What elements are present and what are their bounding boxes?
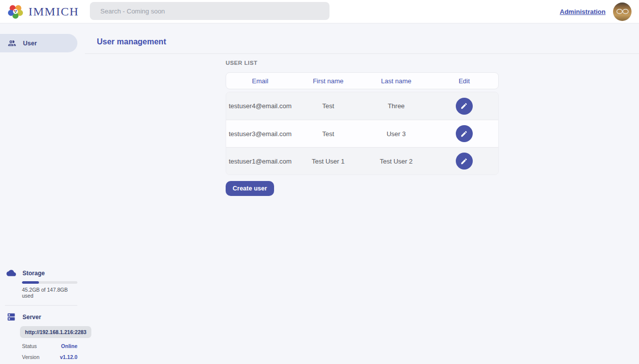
user-first-name: Test User 1 bbox=[294, 158, 362, 165]
user-list-label: USER LIST bbox=[226, 60, 499, 66]
pencil-icon bbox=[460, 130, 468, 138]
table-row: testuser1@email.com Test User 1 Test Use… bbox=[226, 147, 498, 175]
user-table-body: testuser4@email.com Test Three testuser3… bbox=[226, 92, 499, 175]
server-version-value: v1.12.0 bbox=[60, 354, 77, 360]
edit-user-button[interactable] bbox=[456, 125, 473, 142]
table-row: testuser3@email.com Test User 3 bbox=[226, 120, 498, 147]
cloud-icon bbox=[6, 268, 16, 278]
users-icon bbox=[7, 39, 16, 48]
server-status-value: Online bbox=[61, 343, 77, 349]
user-last-name: Three bbox=[362, 102, 430, 110]
user-email: testuser3@email.com bbox=[226, 130, 294, 138]
storage-usage-text: 45.2GB of 147.8GB used bbox=[22, 287, 77, 299]
server-icon bbox=[6, 312, 16, 322]
sidebar-item-user[interactable]: User bbox=[0, 34, 77, 52]
table-row: testuser4@email.com Test Three bbox=[226, 92, 498, 120]
user-email: testuser4@email.com bbox=[226, 102, 294, 110]
user-last-name: Test User 2 bbox=[362, 158, 430, 165]
top-bar: IMMICH Administration bbox=[0, 0, 639, 23]
user-avatar[interactable] bbox=[613, 2, 632, 21]
sidebar-divider bbox=[5, 305, 77, 306]
server-url-chip: http://192.168.1.216:2283 bbox=[20, 326, 91, 338]
glasses-icon bbox=[616, 8, 629, 15]
immich-flower-icon bbox=[7, 3, 24, 20]
storage-progress-bar bbox=[22, 281, 77, 284]
user-email: testuser1@email.com bbox=[226, 158, 294, 165]
title-divider bbox=[85, 53, 639, 54]
edit-user-button[interactable] bbox=[456, 98, 473, 115]
column-header-last-name: Last name bbox=[362, 77, 430, 85]
user-last-name: User 3 bbox=[362, 130, 430, 138]
pencil-icon bbox=[460, 158, 468, 165]
column-header-first-name: First name bbox=[294, 77, 362, 85]
server-title: Server bbox=[22, 314, 41, 321]
server-version-label: Version bbox=[22, 354, 39, 360]
storage-progress-fill bbox=[22, 281, 39, 284]
storage-title: Storage bbox=[22, 270, 45, 277]
search-input[interactable] bbox=[90, 2, 329, 20]
page-title: User management bbox=[85, 23, 639, 46]
app-title: IMMICH bbox=[28, 5, 79, 18]
edit-user-button[interactable] bbox=[456, 153, 473, 170]
user-first-name: Test bbox=[294, 102, 362, 110]
column-header-email: Email bbox=[226, 77, 294, 85]
sidebar: User Storage 45.2GB of 147.8GB used bbox=[0, 23, 85, 364]
administration-link[interactable]: Administration bbox=[560, 8, 606, 15]
user-table-header: Email First name Last name Edit bbox=[226, 72, 499, 89]
server-status-label: Status bbox=[22, 343, 37, 349]
user-first-name: Test bbox=[294, 130, 362, 138]
app-logo: IMMICH bbox=[0, 3, 79, 20]
main-panel: User management USER LIST Email First na… bbox=[85, 23, 639, 364]
pencil-icon bbox=[460, 102, 468, 110]
create-user-button[interactable]: Create user bbox=[226, 181, 274, 196]
sidebar-status-panel: Storage 45.2GB of 147.8GB used Server ht… bbox=[0, 268, 77, 360]
sidebar-item-label: User bbox=[23, 40, 37, 47]
column-header-edit: Edit bbox=[430, 77, 498, 85]
